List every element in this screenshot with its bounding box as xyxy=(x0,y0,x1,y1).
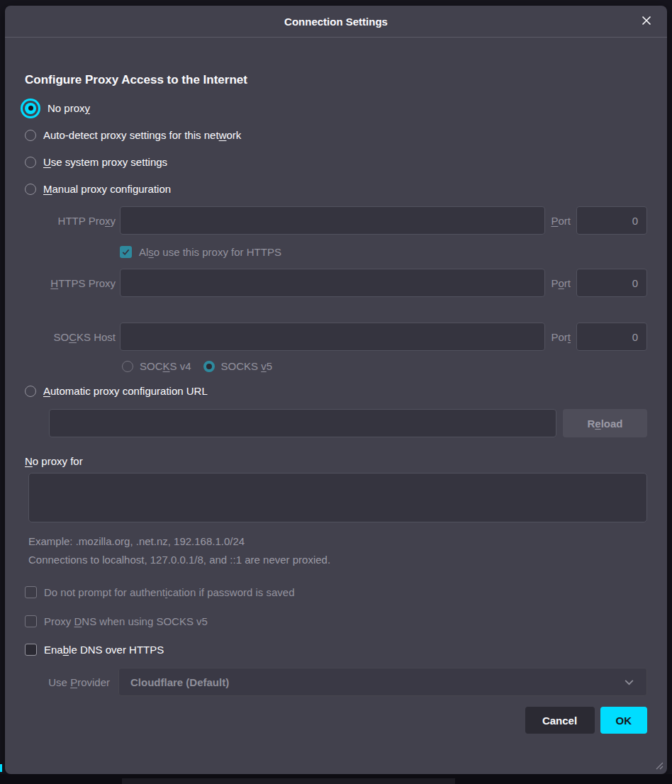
socks-host-input[interactable] xyxy=(120,323,545,351)
cancel-button-label: Cancel xyxy=(542,715,577,727)
https-port-label: Port xyxy=(551,277,571,289)
autoconfig-row: Reload xyxy=(49,409,647,437)
radio-unselected-icon xyxy=(25,130,36,141)
radio-manual-proxy[interactable]: Manual proxy configuration xyxy=(25,179,647,198)
https-proxy-row: HTTPS Proxy Port xyxy=(25,269,647,297)
ok-button-label: OK xyxy=(616,715,632,727)
https-proxy-input[interactable] xyxy=(120,269,545,297)
radio-no-proxy-label: No proxy xyxy=(47,102,90,114)
radio-socks-v5[interactable]: SOCKS v5 xyxy=(203,360,273,372)
http-proxy-input[interactable] xyxy=(120,206,545,235)
share-proxy-label: Also use this proxy for HTTPS xyxy=(139,246,281,258)
checkbox-unchecked-icon xyxy=(25,586,37,598)
resize-grip-icon[interactable] xyxy=(654,760,663,772)
reload-button[interactable]: Reload xyxy=(563,409,647,437)
reload-button-label: Reload xyxy=(587,418,622,430)
checkbox-no-auth-prompt[interactable]: Do not prompt for authentication if pass… xyxy=(25,586,647,598)
checkbox-enable-doh-label: Enable DNS over HTTPS xyxy=(44,644,164,656)
checkbox-no-auth-prompt-label: Do not prompt for authentication if pass… xyxy=(44,586,295,598)
radio-unselected-icon xyxy=(25,157,36,168)
radio-auto-detect-label: Auto-detect proxy settings for this netw… xyxy=(43,129,241,141)
bypass-note-text: Connections to localhost, 127.0.0.1/8, a… xyxy=(28,554,647,566)
dialog-titlebar: Connection Settings xyxy=(5,6,667,38)
radio-autoconfig-url[interactable]: Automatic proxy configuration URL xyxy=(25,381,647,401)
dialog-content: Configure Proxy Access to the Internet N… xyxy=(5,38,667,734)
socks-host-row: SOCKS Host Port xyxy=(25,323,647,351)
checkbox-proxy-dns-label: Proxy DNS when using SOCKS v5 xyxy=(44,615,208,627)
checkbox-checked-icon xyxy=(120,246,132,258)
provider-select-value: Cloudflare (Default) xyxy=(130,676,229,688)
radio-socks-v4-label: SOCKS v4 xyxy=(140,360,191,372)
radio-unselected-icon xyxy=(122,361,133,372)
bypass-example-text: Example: .mozilla.org, .net.nz, 192.168.… xyxy=(28,535,647,547)
autoconfig-url-input[interactable] xyxy=(49,409,556,437)
radio-unselected-icon xyxy=(25,184,36,195)
http-proxy-label: HTTP Proxy xyxy=(25,215,120,227)
background-accent-sliver xyxy=(0,764,2,772)
radio-autoconfig-label: Automatic proxy configuration URL xyxy=(43,385,208,397)
radio-selected-icon xyxy=(25,103,36,114)
share-proxy-checkbox-row[interactable]: Also use this proxy for HTTPS xyxy=(120,246,647,258)
page-title: Configure Proxy Access to the Internet xyxy=(25,73,647,87)
cancel-button[interactable]: Cancel xyxy=(525,707,595,734)
connection-settings-dialog: Connection Settings Configure Proxy Acce… xyxy=(5,6,667,774)
radio-selected-icon xyxy=(203,361,215,372)
close-button[interactable] xyxy=(637,12,656,30)
http-proxy-row: HTTP Proxy Port xyxy=(25,206,647,235)
no-proxy-for-label: No proxy for xyxy=(25,455,647,467)
chevron-down-icon xyxy=(623,676,635,688)
checkbox-unchecked-icon xyxy=(25,644,37,656)
socks-port-input[interactable] xyxy=(576,323,647,351)
socks-port-label: Port xyxy=(551,331,571,343)
radio-socks-v5-label: SOCKS v5 xyxy=(221,360,273,372)
provider-select[interactable]: Cloudflare (Default) xyxy=(118,668,647,696)
socks-version-row: SOCKS v4 SOCKS v5 xyxy=(122,360,647,372)
radio-system-proxy-label: Use system proxy settings xyxy=(43,156,167,168)
radio-auto-detect[interactable]: Auto-detect proxy settings for this netw… xyxy=(25,125,647,145)
use-provider-label: Use Provider xyxy=(25,676,118,688)
checkbox-enable-doh[interactable]: Enable DNS over HTTPS xyxy=(25,644,647,656)
checkbox-unchecked-icon xyxy=(25,615,37,627)
checkbox-proxy-dns[interactable]: Proxy DNS when using SOCKS v5 xyxy=(25,615,647,627)
radio-unselected-icon xyxy=(25,386,36,397)
socks-host-label: SOCKS Host xyxy=(25,331,120,343)
radio-no-proxy[interactable]: No proxy xyxy=(25,99,647,118)
no-proxy-for-textarea[interactable] xyxy=(28,473,647,522)
radio-manual-proxy-label: Manual proxy configuration xyxy=(43,183,171,195)
radio-socks-v4[interactable]: SOCKS v4 xyxy=(122,360,191,372)
https-proxy-label: HTTPS Proxy xyxy=(25,277,120,289)
background-page-element xyxy=(122,778,455,784)
dialog-actions: Cancel OK xyxy=(25,707,647,734)
http-port-input[interactable] xyxy=(576,206,647,235)
ok-button[interactable]: OK xyxy=(600,707,648,734)
close-icon xyxy=(640,14,653,29)
http-port-label: Port xyxy=(551,215,571,227)
https-port-input[interactable] xyxy=(576,269,647,297)
dialog-title: Connection Settings xyxy=(284,16,388,28)
radio-system-proxy[interactable]: Use system proxy settings xyxy=(25,152,647,172)
doh-provider-row: Use Provider Cloudflare (Default) xyxy=(25,668,647,696)
